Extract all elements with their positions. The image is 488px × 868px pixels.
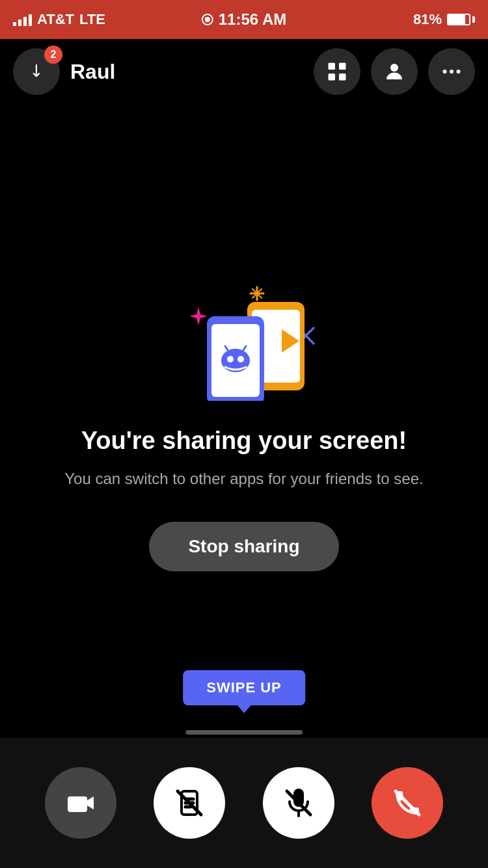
disconnect-icon [174, 787, 205, 819]
status-bar: AT&T LTE 11:56 AM 81% [0, 0, 488, 39]
person-button[interactable] [371, 48, 418, 95]
more-button[interactable] [428, 48, 475, 95]
camera-button[interactable] [45, 767, 116, 839]
signal-bars [13, 13, 32, 26]
svg-point-22 [227, 356, 234, 362]
notification-badge: 2 [44, 46, 62, 64]
stop-sharing-button[interactable]: Stop sharing [149, 522, 338, 571]
carrier-label: AT&T [37, 11, 74, 28]
home-indicator [185, 730, 303, 735]
mute-icon [283, 787, 314, 819]
status-left: AT&T LTE [13, 11, 105, 28]
svg-marker-8 [189, 307, 208, 325]
svg-rect-26 [68, 796, 87, 812]
svg-point-6 [450, 70, 454, 74]
nav-left: ↗ 2 Raul [13, 48, 115, 95]
record-icon [202, 14, 213, 25]
sharing-heading: You're sharing your screen! [81, 427, 407, 455]
back-icon: ↗ [24, 58, 48, 82]
status-center: 11:56 AM [202, 10, 286, 29]
back-button[interactable]: ↗ 2 [13, 48, 60, 95]
svg-rect-1 [339, 63, 346, 70]
time-label: 11:56 AM [219, 10, 286, 29]
main-content: You're sharing your screen! You can swit… [0, 104, 488, 738]
svg-point-5 [443, 70, 447, 74]
end-call-icon [392, 787, 423, 819]
person-icon [383, 60, 406, 83]
camera-icon [65, 787, 96, 819]
svg-point-23 [237, 356, 244, 362]
swipe-area: SWIPE UP [183, 670, 305, 735]
mute-button[interactable] [263, 767, 334, 839]
svg-point-4 [390, 64, 398, 72]
bottom-controls [0, 738, 488, 868]
disconnect-button[interactable] [154, 767, 225, 839]
end-call-button[interactable] [372, 767, 443, 839]
more-icon [440, 60, 463, 83]
svg-rect-2 [329, 74, 336, 81]
battery-percent: 81% [413, 11, 442, 28]
grid-button[interactable] [314, 48, 360, 95]
nav-title: Raul [70, 60, 115, 84]
network-label: LTE [79, 11, 105, 28]
svg-marker-27 [87, 796, 94, 809]
swipe-up-button[interactable]: SWIPE UP [183, 670, 305, 705]
nav-bar: ↗ 2 Raul [0, 39, 488, 104]
svg-rect-0 [329, 63, 336, 70]
battery-icon [447, 14, 475, 25]
svg-point-7 [457, 70, 461, 74]
sharing-subtitle: You can switch to other apps for your fr… [64, 468, 423, 490]
nav-right [314, 48, 475, 95]
screen-share-illustration [163, 271, 325, 401]
svg-rect-3 [339, 74, 346, 81]
status-right: 81% [413, 11, 475, 28]
grid-icon [325, 60, 349, 83]
